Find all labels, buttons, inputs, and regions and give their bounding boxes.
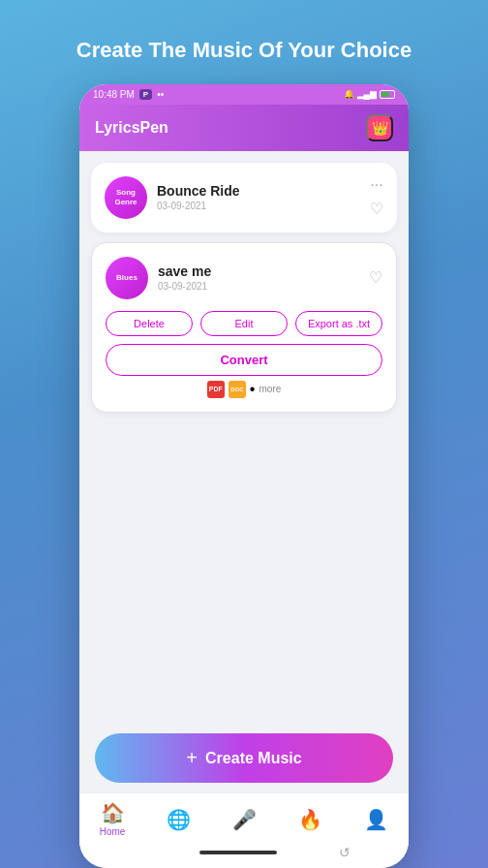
song-card-2: Blues save me 03-09-2021 ♡ Delete Edit E…	[91, 242, 397, 413]
song-name-1: Bounce Ride	[157, 183, 240, 199]
crown-button[interactable]: 👑	[366, 114, 393, 141]
nav-item-fire[interactable]: 🔥	[277, 808, 343, 831]
song-name-2: save me	[158, 264, 211, 279]
battery-icon	[380, 90, 395, 99]
nav-item-home[interactable]: 🏠 Home	[79, 801, 145, 837]
refresh-icon: ↺	[339, 845, 351, 860]
fire-icon: 🔥	[298, 808, 322, 831]
home-icon: 🏠	[101, 801, 125, 824]
nav-item-audio[interactable]: 🎤	[211, 808, 277, 831]
heart-button-1[interactable]: ♡	[370, 200, 383, 218]
delete-button[interactable]: Delete	[106, 311, 193, 336]
song-genre-badge-1: SongGenre	[105, 176, 147, 219]
song-genre-badge-2: Blues	[106, 257, 148, 299]
more-text: more	[259, 384, 281, 394]
doc-icon: DOC	[229, 381, 246, 398]
dots-separator: •	[250, 381, 256, 398]
action-row: Delete Edit Export as .txt	[106, 311, 382, 336]
export-button[interactable]: Export as .txt	[295, 311, 382, 336]
profile-icon: 👤	[364, 808, 388, 831]
create-music-button[interactable]: + Create Music	[95, 733, 393, 783]
app-title: LyricsPen	[95, 119, 168, 137]
home-label: Home	[100, 826, 126, 837]
more-button-1[interactable]: ···	[370, 176, 382, 194]
phone-frame: 10:48 PM P •• 🔔 ▂▄▆ LyricsPen 👑 SongGenr…	[79, 84, 409, 868]
song-card-1: SongGenre Bounce Ride 03-09-2021 ··· ♡	[91, 163, 397, 232]
song-date-1: 03-09-2021	[157, 201, 240, 211]
page-title: Create The Music Of Your Choice	[47, 0, 441, 84]
crown-icon: 👑	[372, 120, 388, 136]
edit-button[interactable]: Edit	[200, 311, 288, 336]
create-section: + Create Music	[79, 726, 409, 792]
nav-item-profile[interactable]: 👤	[343, 808, 409, 831]
content-area: SongGenre Bounce Ride 03-09-2021 ··· ♡ B…	[79, 151, 409, 726]
pdf-icon: PDF	[207, 381, 225, 398]
create-plus-icon: +	[186, 747, 198, 769]
status-time: 10:48 PM	[93, 89, 135, 100]
globe-icon: 🌐	[167, 808, 191, 831]
status-dots: ••	[157, 89, 164, 100]
status-provider: P	[139, 89, 152, 100]
signal-bars: ▂▄▆	[357, 89, 377, 99]
song-date-2: 03-09-2021	[158, 281, 211, 292]
nav-item-globe[interactable]: 🌐	[145, 808, 211, 831]
heart-button-2[interactable]: ♡	[369, 268, 382, 287]
home-indicator: ↺	[79, 841, 409, 868]
create-music-label: Create Music	[205, 750, 302, 767]
convert-row: Convert PDF DOC • more	[106, 344, 382, 398]
audio-icon: 🎤	[232, 808, 257, 831]
status-bar: 10:48 PM P •• 🔔 ▂▄▆	[79, 84, 409, 105]
convert-button[interactable]: Convert	[106, 344, 382, 376]
bottom-nav: 🏠 Home 🌐 🎤 🔥 👤	[79, 792, 409, 841]
bell-icon: 🔔	[344, 89, 354, 99]
app-header: LyricsPen 👑	[79, 105, 409, 151]
convert-icons-row: PDF DOC • more	[106, 381, 382, 398]
